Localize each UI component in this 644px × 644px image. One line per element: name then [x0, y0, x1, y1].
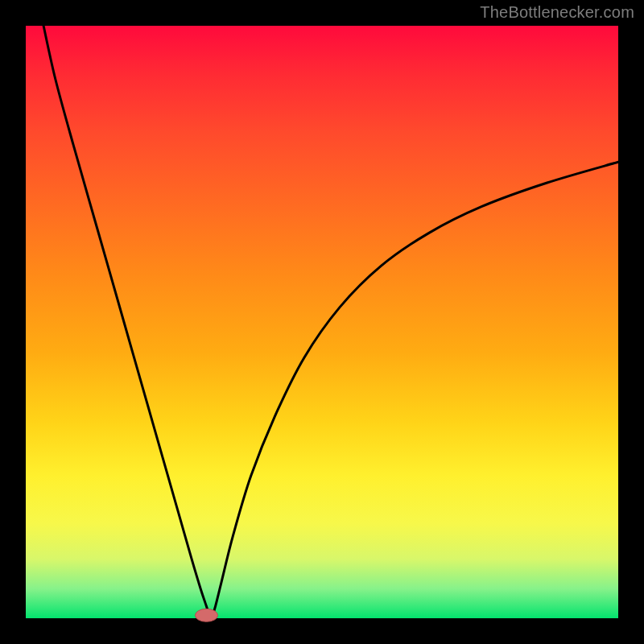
chart-svg: [26, 26, 618, 618]
bottleneck-curve: [43, 26, 618, 617]
plot-area: [26, 26, 618, 618]
chart-frame: TheBottlenecker.com: [0, 0, 644, 644]
minimum-marker: [195, 609, 217, 621]
attribution-text: TheBottlenecker.com: [480, 3, 634, 22]
